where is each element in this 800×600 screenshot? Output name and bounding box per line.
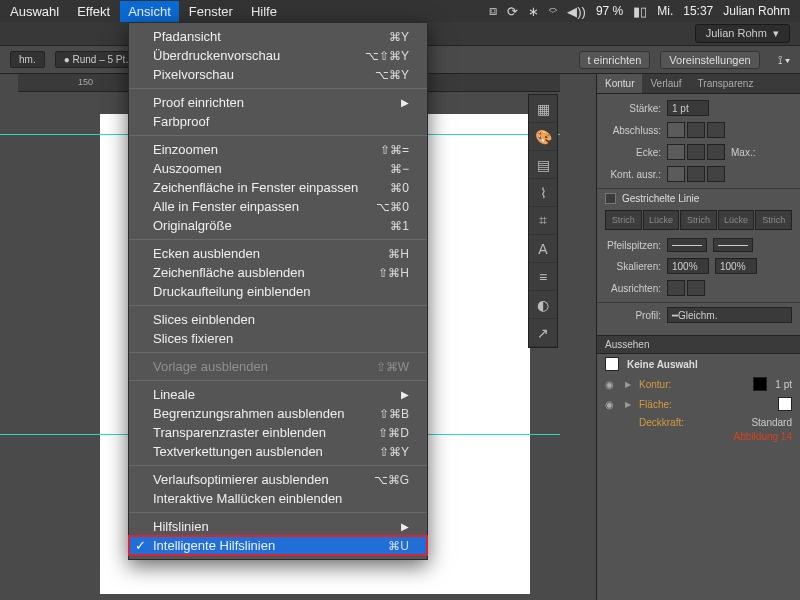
tab-verlauf[interactable]: Verlauf [642, 74, 689, 93]
menu-hilfe[interactable]: Hilfe [251, 4, 277, 19]
stroke-swatch[interactable] [753, 377, 767, 391]
eye-icon[interactable]: ◉ [605, 379, 617, 390]
appearance-fill-row[interactable]: ◉ ▶ Fläche: [597, 394, 800, 414]
wifi-icon[interactable]: ⌔ [549, 4, 557, 19]
app-user-button[interactable]: Julian Rohm ▾ [695, 24, 790, 43]
menu-item[interactable]: Lineale▶ [129, 385, 427, 404]
no-selection-swatch [605, 357, 619, 371]
menu-item[interactable]: Pixelvorschau⌥⌘Y [129, 65, 427, 84]
menu-shortcut: ⌘0 [390, 181, 409, 195]
dashed-checkbox[interactable] [605, 193, 616, 204]
menu-item[interactable]: Slices einblenden [129, 310, 427, 329]
gradient-icon[interactable]: ◐ [529, 291, 557, 319]
menu-item[interactable]: Zeichenfläche in Fenster einpassen⌘0 [129, 178, 427, 197]
menu-item-label: Lineale [153, 387, 195, 402]
type-icon[interactable]: A [529, 235, 557, 263]
menu-separator [129, 135, 427, 136]
brushes-icon[interactable]: ⌇ [529, 179, 557, 207]
setup-button[interactable]: t einrichten [579, 51, 651, 69]
menu-item[interactable]: Auszoomen⌘− [129, 159, 427, 178]
ruler-mark: 150 [78, 77, 93, 87]
menu-item[interactable]: Druckaufteilung einblenden [129, 282, 427, 301]
bluetooth-icon[interactable]: ∗ [528, 4, 539, 19]
tab-kontur[interactable]: Kontur [597, 74, 642, 93]
menu-shortcut: ⇧⌘= [380, 143, 409, 157]
menu-item[interactable]: Slices fixieren [129, 329, 427, 348]
triangle-icon[interactable]: ▶ [625, 380, 631, 389]
arrow-start[interactable] [667, 238, 707, 252]
menu-item[interactable]: Originalgröße⌘1 [129, 216, 427, 235]
menu-item-label: Einzoomen [153, 142, 218, 157]
battery-percent: 97 % [596, 4, 623, 18]
menu-item-label: Originalgröße [153, 218, 232, 233]
menu-effekt[interactable]: Effekt [77, 4, 110, 19]
transform-icon[interactable]: ↗ [529, 319, 557, 347]
tab-transparenz[interactable]: Transparenz [690, 74, 762, 93]
menu-item-label: Pixelvorschau [153, 67, 234, 82]
sync-icon[interactable]: ⟳ [507, 4, 518, 19]
menu-item[interactable]: ✓Intelligente Hilfslinien⌘U [129, 536, 427, 555]
menu-item[interactable]: Pfadansicht⌘Y [129, 27, 427, 46]
weight-field[interactable]: 1 pt [667, 100, 709, 116]
panel-icon[interactable]: ▦ [529, 95, 557, 123]
submenu-arrow-icon: ▶ [401, 97, 409, 108]
menu-item[interactable]: Hilfslinien▶ [129, 517, 427, 536]
stroke-panel-tabs: Kontur Verlauf Transparenz [597, 74, 800, 94]
swatches-icon[interactable]: ▤ [529, 151, 557, 179]
ansicht-menu: Pfadansicht⌘YÜberdruckenvorschau⌥⇧⌘YPixe… [128, 22, 428, 560]
profile-field[interactable]: ━ Gleichm. [667, 307, 792, 323]
menu-separator [129, 512, 427, 513]
appearance-stroke-row[interactable]: ◉ ▶ Kontur: 1 pt [597, 374, 800, 394]
scale-label: Skalieren: [605, 261, 661, 272]
menu-item-label: Alle in Fenster einpassen [153, 199, 299, 214]
menu-ansicht[interactable]: Ansicht [120, 1, 179, 22]
menu-item-label: Interaktive Mallücken einblenden [153, 491, 342, 506]
menu-item[interactable]: Zeichenfläche ausblenden⇧⌘H [129, 263, 427, 282]
dropbox-icon[interactable]: ⧈ [489, 3, 497, 19]
color-icon[interactable]: 🎨 [529, 123, 557, 151]
menu-item[interactable]: Textverkettungen ausblenden⇧⌘Y [129, 442, 427, 461]
eye-icon[interactable]: ◉ [605, 399, 617, 410]
menu-shortcut: ⌥⌘G [374, 473, 409, 487]
fill-swatch[interactable] [778, 397, 792, 411]
symbols-icon[interactable]: ⌗ [529, 207, 557, 235]
menu-separator [129, 88, 427, 89]
right-panels: Kontur Verlauf Transparenz Stärke: 1 pt … [596, 74, 800, 600]
prefs-button[interactable]: Voreinstellungen [660, 51, 759, 69]
menu-item[interactable]: Überdruckenvorschau⌥⇧⌘Y [129, 46, 427, 65]
menu-item-label: Begrenzungsrahmen ausblenden [153, 406, 345, 421]
arrow-end[interactable] [713, 238, 753, 252]
menu-item[interactable]: Alle in Fenster einpassen⌥⌘0 [129, 197, 427, 216]
battery-icon[interactable]: ▮▯ [633, 4, 647, 19]
stroke-icon[interactable]: ≡ [529, 263, 557, 291]
menu-item[interactable]: Verlaufsoptimierer ausblenden⌥⌘G [129, 470, 427, 489]
menu-separator [129, 352, 427, 353]
menu-item-label: Ecken ausblenden [153, 246, 260, 261]
menu-item[interactable]: Transparenzraster einblenden⇧⌘D [129, 423, 427, 442]
corner-buttons[interactable] [667, 144, 725, 160]
appearance-opacity-row[interactable]: ◉ ▶ Deckkraft: Standard [597, 414, 800, 431]
menu-separator [129, 305, 427, 306]
menu-item[interactable]: Ecken ausblenden⌘H [129, 244, 427, 263]
appearance-header[interactable]: Aussehen [597, 335, 800, 354]
triangle-icon[interactable]: ▶ [625, 400, 631, 409]
menubar-user[interactable]: Julian Rohm [723, 4, 790, 18]
menu-item[interactable]: Interaktive Mallücken einblenden [129, 489, 427, 508]
cap-buttons[interactable] [667, 122, 725, 138]
menu-fenster[interactable]: Fenster [189, 4, 233, 19]
align-buttons[interactable] [667, 166, 725, 182]
arrow-align-buttons[interactable] [667, 280, 705, 296]
menu-item[interactable]: Begrenzungsrahmen ausblenden⇧⌘B [129, 404, 427, 423]
volume-icon[interactable]: ◀)) [567, 4, 586, 19]
dash-pattern[interactable]: Strich Lücke Strich Lücke Strich [605, 210, 792, 230]
scale-end[interactable]: 100% [715, 258, 757, 274]
menu-item[interactable]: Proof einrichten▶ [129, 93, 427, 112]
menu-shortcut: ⌘Y [389, 30, 409, 44]
menu-item[interactable]: Farbproof [129, 112, 427, 131]
menu-item[interactable]: Einzoomen⇧⌘= [129, 140, 427, 159]
menu-auswahl[interactable]: Auswahl [10, 4, 59, 19]
doc-tab[interactable]: hm. [10, 51, 45, 68]
align-icon[interactable]: ⟟ ▾ [778, 53, 790, 67]
stroke-panel: Stärke: 1 pt Abschluss: Ecke: Max.: Kont… [597, 94, 800, 335]
scale-start[interactable]: 100% [667, 258, 709, 274]
